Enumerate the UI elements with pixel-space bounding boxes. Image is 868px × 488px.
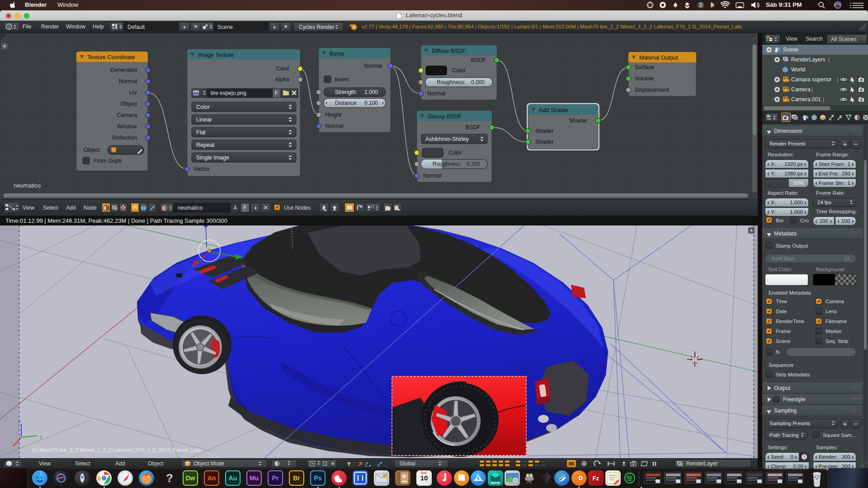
svg-text:Shader: Shader [569, 117, 587, 124]
svg-text:Diffuse BSDF: Diffuse BSDF [432, 48, 466, 54]
svg-text:y: y [40, 434, 42, 439]
svg-text:Roughness:: Roughness: [437, 79, 466, 85]
svg-text:Roughness:: Roughness: [433, 161, 462, 167]
svg-text:Color: Color [196, 104, 210, 110]
svg-text:z: z [18, 418, 21, 424]
svg-text:Texture Coordinate: Texture Coordinate [87, 54, 135, 61]
svg-text:Repeat: Repeat [196, 142, 215, 148]
svg-text:Surface: Surface [635, 64, 654, 70]
svg-text:Strength:: Strength: [335, 89, 357, 95]
svg-text:Normal: Normal [423, 173, 441, 179]
svg-text:Color: Color [448, 150, 462, 156]
svg-text:UV: UV [129, 89, 137, 96]
svg-text:Object: Object [84, 147, 100, 153]
svg-text:Invert: Invert [335, 76, 349, 83]
svg-text:Normal: Normal [119, 78, 137, 84]
svg-text:0.100: 0.100 [364, 100, 378, 106]
svg-text:i: i [9, 25, 10, 29]
svg-text:Shader: Shader [535, 139, 553, 145]
svg-text:F: F [275, 90, 278, 96]
svg-text:Volume: Volume [635, 75, 654, 82]
svg-text:neumatico: neumatico [14, 182, 41, 189]
svg-text:Camera: Camera [117, 112, 137, 118]
svg-text:0.200: 0.200 [467, 161, 480, 167]
svg-text:Shader: Shader [535, 128, 553, 134]
svg-text:BSDF: BSDF [471, 57, 486, 63]
svg-text:(1) Mesh70 tire_2_2 Wheel_1_2_: (1) Mesh70 tire_2_2 Wheel_1_2_2 Laferrar… [32, 447, 201, 453]
svg-text:Color: Color [452, 67, 466, 74]
svg-text:Color: Color [276, 66, 289, 72]
svg-text:Displacement: Displacement [635, 87, 669, 93]
svg-text:Single Image: Single Image [196, 155, 229, 161]
svg-text:Distance:: Distance: [335, 100, 358, 106]
svg-text:Glossy BSDF: Glossy BSDF [428, 113, 462, 120]
svg-text:MAYA: MAYA [491, 481, 500, 484]
svg-text:1.000: 1.000 [364, 89, 378, 95]
svg-text:Normal: Normal [325, 123, 343, 129]
svg-text:Reflection: Reflection [112, 135, 137, 141]
svg-text:From Dupli: From Dupli [94, 158, 121, 164]
svg-text:Generated: Generated [110, 67, 137, 73]
svg-text:Ashikhmin-Shirley: Ashikhmin-Shirley [425, 136, 469, 142]
svg-text:Image Texture: Image Texture [198, 52, 234, 58]
svg-text:Vector: Vector [193, 166, 209, 172]
svg-text:Bump: Bump [330, 51, 344, 57]
svg-text:Normal: Normal [364, 63, 382, 69]
svg-text:0.000: 0.000 [471, 79, 485, 85]
svg-text:Window: Window [117, 123, 137, 130]
svg-text:Alpha: Alpha [275, 76, 289, 83]
svg-text:Material Output: Material Output [639, 55, 678, 61]
svg-text:Add Shader: Add Shader [539, 107, 569, 113]
svg-text:Flat: Flat [196, 129, 206, 136]
svg-text:BSDF: BSDF [466, 124, 481, 131]
svg-text:Object: Object [121, 101, 137, 107]
svg-text:Normal: Normal [427, 90, 445, 97]
svg-text:tire espejo.png: tire espejo.png [211, 90, 246, 96]
svg-text:2: 2 [699, 3, 702, 8]
svg-text:Linear: Linear [196, 117, 212, 123]
svg-text:Height: Height [325, 112, 342, 118]
